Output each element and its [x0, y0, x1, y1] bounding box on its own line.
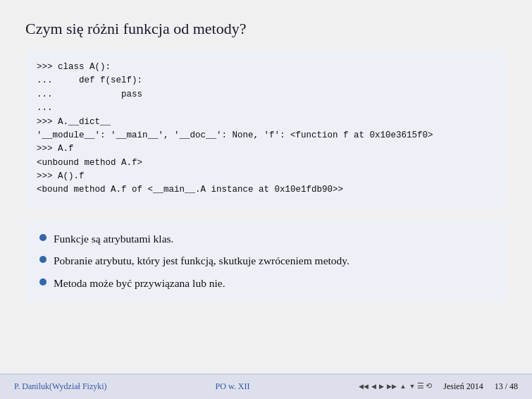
code-line-10: <bound method A.f of <__main__.A instanc… [37, 183, 495, 197]
bullet-dot-3 [39, 278, 47, 286]
menu-icon[interactable]: ☰ [417, 381, 424, 391]
slide: Czym się różni funkcja od metody? >>> cl… [0, 0, 532, 399]
code-line-5: >>> A.__dict__ [37, 116, 495, 129]
bullet-item-1: Funkcje są atrybutami klas. [39, 231, 493, 247]
bullet-item-3: Metoda może być przywiązana lub nie. [39, 276, 493, 291]
footer-author: P. Daniluk(Wydział Fizyki) [14, 381, 107, 392]
footer-subject: PO w. XII [216, 381, 250, 392]
slide-title: Czym się różni funkcja od metody? [25, 20, 507, 38]
code-line-2: ... def f(self): [37, 74, 495, 87]
bullet-text-3: Metoda może być przywiązana lub nie. [54, 276, 225, 291]
code-line-6: '__module__': '__main__', '__doc__': Non… [37, 129, 495, 142]
nav-down[interactable]: ▼ [408, 383, 416, 390]
nav-up[interactable]: ▲ [399, 383, 407, 390]
code-line-3: ... pass [37, 88, 495, 102]
bullets-box: Funkcje są atrybutami klas. Pobranie atr… [25, 220, 507, 302]
footer-date: Jesień 2014 [443, 381, 483, 392]
nav-next-next[interactable]: ▶▶ [386, 383, 397, 390]
nav-buttons[interactable]: ◀◀ ◀ ▶ ▶▶ ▲ ▼ ☰ ⟲ [358, 381, 432, 391]
bullet-item-2: Pobranie atrybutu, który jest funkcją, s… [39, 253, 493, 269]
code-line-9: >>> A().f [37, 170, 495, 183]
nav-next[interactable]: ▶ [378, 383, 385, 390]
slide-content: Czym się różni funkcja od metody? >>> cl… [0, 0, 532, 374]
code-box: >>> class A(): ... def f(self): ... pass… [25, 51, 507, 207]
code-line-7: >>> A.f [37, 142, 495, 156]
nav-prev-prev[interactable]: ◀◀ [358, 383, 369, 390]
footer-page: 13 / 48 [495, 381, 518, 392]
search-icon[interactable]: ⟲ [426, 381, 432, 391]
code-line-8: <unbound method A.f> [37, 156, 495, 170]
slide-footer: P. Daniluk(Wydział Fizyki) PO w. XII ◀◀ … [0, 374, 532, 399]
bullet-text-2: Pobranie atrybutu, który jest funkcją, s… [54, 253, 349, 269]
nav-prev[interactable]: ◀ [371, 383, 377, 390]
bullet-dot-2 [39, 256, 47, 263]
code-line-1: >>> class A(): [37, 61, 495, 74]
footer-right: ◀◀ ◀ ▶ ▶▶ ▲ ▼ ☰ ⟲ Jesień 2014 13 / 48 [358, 381, 518, 392]
bullet-text-1: Funkcje są atrybutami klas. [54, 231, 173, 247]
bullet-dot-1 [39, 234, 47, 241]
code-line-4: ... [37, 102, 495, 115]
